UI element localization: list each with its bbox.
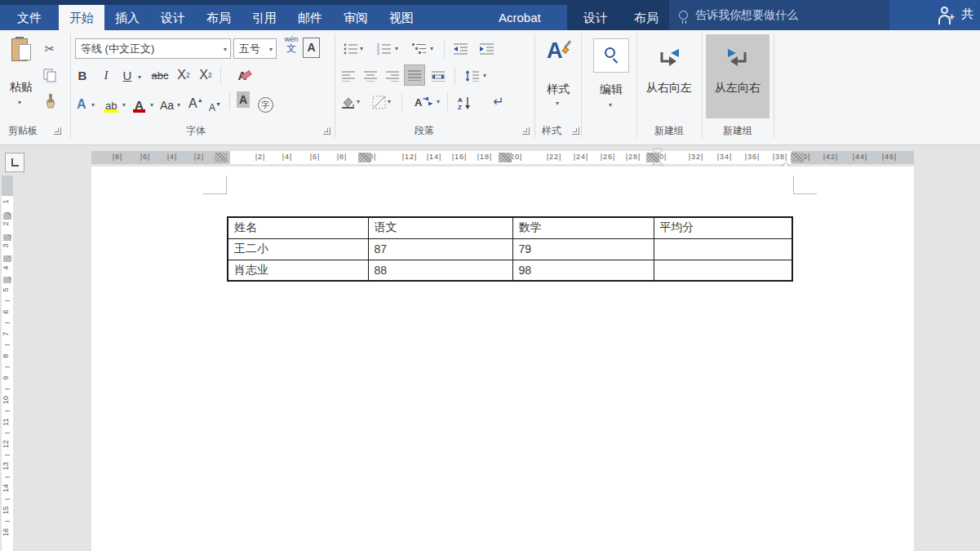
asian-layout-button[interactable]: A (408, 91, 436, 113)
styles-dialog-launcher[interactable] (572, 127, 579, 135)
paste-button[interactable]: 粘贴 ▾ (2, 35, 41, 118)
font-size-combobox[interactable]: 五号▾ (233, 38, 277, 59)
table-row-marker[interactable] (3, 213, 11, 220)
bold-button[interactable]: B (72, 64, 93, 86)
highlight-caret[interactable]: ▾ (122, 102, 126, 109)
align-center-button[interactable] (360, 65, 381, 87)
font-color-caret[interactable]: ▾ (150, 102, 153, 109)
character-border-button[interactable]: A (303, 38, 320, 58)
asian-layout-caret[interactable]: ▾ (437, 99, 440, 105)
decrease-indent-button[interactable] (450, 38, 472, 60)
tab-文件[interactable]: 文件 (0, 5, 59, 30)
change-case-button[interactable]: Aa (160, 91, 174, 112)
ltr-button[interactable]: 从左向右 (707, 35, 769, 117)
underline-button[interactable]: U (117, 64, 138, 86)
underline-caret[interactable]: ▾ (138, 74, 141, 81)
borders-button[interactable] (368, 91, 389, 113)
cut-button[interactable]: ✂ (39, 38, 60, 60)
table-cell[interactable] (654, 238, 792, 260)
chevron-down-icon[interactable]: ▾ (269, 47, 273, 53)
tab-Acrobat[interactable]: Acrobat (488, 5, 552, 30)
multilevel-list-button[interactable] (409, 38, 430, 60)
justify-button[interactable] (404, 64, 425, 86)
table-row-marker[interactable] (3, 234, 11, 241)
borders-caret[interactable]: ▾ (388, 99, 391, 105)
tab-布局[interactable]: 布局 (196, 5, 242, 30)
font-dialog-launcher[interactable] (323, 127, 330, 135)
strikethrough-button[interactable]: abc (147, 64, 173, 86)
styles-button[interactable]: A 样式 ▾ (537, 35, 579, 117)
line-spacing-caret[interactable]: ▾ (483, 73, 486, 79)
grow-font-button[interactable]: A▲ (188, 90, 203, 111)
table-cell[interactable]: 88 (368, 260, 512, 281)
tab-视图[interactable]: 视图 (379, 5, 424, 30)
paragraph-dialog-launcher[interactable] (522, 127, 530, 135)
table-column-marker[interactable] (791, 153, 804, 162)
subscript-button[interactable]: X2 (173, 64, 194, 86)
contextual-tab-设计[interactable]: 设计 (570, 5, 621, 30)
table-cell[interactable]: 姓名 (228, 217, 368, 238)
chevron-down-icon[interactable]: ▾ (224, 47, 227, 53)
document-page[interactable]: 姓名语文数学平均分王二小8779肖志业8898 (91, 167, 914, 551)
editing-button[interactable]: 编辑 ▾ (588, 35, 635, 117)
italic-button[interactable]: I (95, 64, 117, 86)
format-painter-button[interactable] (39, 91, 60, 112)
phonetic-guide-button[interactable]: wén 文 (282, 36, 300, 60)
tab-插入[interactable]: 插入 (104, 5, 150, 30)
show-hide-marks-button[interactable]: ↵ (488, 91, 509, 112)
tab-审阅[interactable]: 审阅 (333, 5, 379, 30)
table-cell[interactable]: 数学 (512, 217, 654, 238)
character-shading-button[interactable]: A (237, 91, 250, 108)
share-button[interactable]: + 共 (889, 0, 980, 30)
tab-邮件[interactable]: 邮件 (287, 5, 333, 30)
bullets-button[interactable] (340, 38, 361, 60)
numbering-caret[interactable]: ▾ (395, 46, 398, 52)
copy-button[interactable] (39, 64, 60, 86)
paste-caret[interactable]: ▾ (18, 100, 21, 106)
bullets-caret[interactable]: ▾ (360, 46, 363, 52)
document-table[interactable]: 姓名语文数学平均分王二小8779肖志业8898 (227, 216, 793, 282)
rtl-button[interactable]: 从右向左 (640, 35, 698, 117)
align-left-button[interactable] (338, 65, 359, 87)
table-cell[interactable]: 王二小 (228, 238, 368, 260)
font-color-button[interactable]: A (133, 91, 145, 112)
distributed-button[interactable] (428, 65, 449, 87)
table-column-marker[interactable] (215, 153, 228, 162)
shrink-font-button[interactable]: A▼ (209, 92, 221, 113)
table-cell[interactable]: 平均分 (654, 217, 792, 238)
text-effects-button[interactable]: A (77, 91, 86, 112)
tab-stop-selector[interactable] (5, 153, 24, 172)
table-column-marker[interactable] (499, 153, 512, 162)
clipboard-dialog-launcher[interactable] (54, 127, 61, 135)
highlight-color-button[interactable]: ab (104, 91, 118, 112)
table-cell[interactable]: 98 (512, 260, 654, 281)
table-cell[interactable]: 79 (512, 238, 654, 260)
tell-me-box[interactable]: 告诉我你想要做什么 (669, 0, 889, 30)
table-cell[interactable]: 肖志业 (228, 260, 368, 281)
line-spacing-button[interactable] (462, 65, 483, 87)
table-row-marker[interactable] (3, 256, 11, 262)
table-cell[interactable]: 语文 (368, 217, 512, 238)
change-case-caret[interactable]: ▾ (177, 102, 180, 109)
table-column-marker[interactable] (646, 153, 659, 162)
table-cell[interactable] (654, 260, 792, 281)
align-right-button[interactable] (382, 65, 403, 87)
h-ruler[interactable]: |8||6||4||2||2||4||6||8||10||12||14||16|… (91, 151, 914, 164)
contextual-tab-布局[interactable]: 布局 (621, 5, 672, 30)
table-row-marker[interactable] (3, 277, 11, 283)
v-ruler[interactable]: 12345678910111213141516 (2, 176, 13, 551)
multilevel-caret[interactable]: ▾ (430, 46, 433, 52)
increase-indent-button[interactable] (477, 38, 498, 60)
table-cell[interactable]: 87 (368, 238, 512, 260)
text-effects-caret[interactable]: ▾ (91, 102, 95, 109)
clear-formatting-button[interactable]: A (228, 64, 256, 86)
table-column-marker[interactable] (358, 153, 371, 162)
tab-引用[interactable]: 引用 (242, 5, 287, 30)
numbering-button[interactable]: 123 (374, 38, 395, 60)
enclose-characters-button[interactable]: 字 (258, 91, 273, 113)
font-name-combobox[interactable]: 等线 (中文正文)▾ (75, 38, 231, 59)
superscript-button[interactable]: X2 (195, 64, 216, 86)
tab-开始[interactable]: 开始 (59, 5, 104, 30)
tab-设计[interactable]: 设计 (150, 5, 196, 30)
sort-button[interactable]: AZ (454, 91, 475, 113)
